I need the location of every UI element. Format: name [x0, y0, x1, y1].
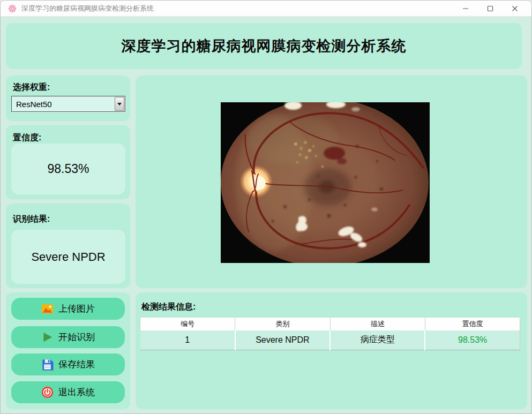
exit-system-button[interactable]: 退出系统	[11, 381, 125, 403]
table-header-row: 编号 类别 描述 置信度	[140, 318, 520, 330]
actions-panel: 上传图片 开始识别 保存结果	[6, 292, 130, 409]
result-value: Severe NPDR	[11, 230, 125, 284]
col-header-category: 类别	[235, 318, 330, 330]
upload-button-label: 上传图片	[58, 303, 95, 315]
image-icon	[41, 303, 54, 315]
weight-dropdown[interactable]: ResNet50	[11, 96, 125, 112]
maximize-button[interactable]	[478, 1, 503, 17]
confidence-value: 98.53%	[11, 144, 125, 194]
retina-fundus-image	[221, 102, 430, 263]
page-title: 深度学习的糖尿病视网膜病变检测分析系统	[122, 36, 407, 56]
dropdown-arrow-button[interactable]	[115, 97, 124, 111]
app-window: 深度学习的糖尿病视网膜病变检测分析系统 深度学习的糖尿病视网膜病变检测分	[0, 0, 532, 414]
cell-confidence: 98.53%	[425, 330, 520, 350]
weight-label: 选择权重:	[13, 82, 50, 93]
exit-button-label: 退出系统	[58, 386, 95, 398]
weight-panel: 选择权重: ResNet50	[6, 76, 130, 121]
image-display-panel	[136, 76, 527, 288]
result-label: 识别结果:	[13, 214, 50, 225]
col-header-description: 描述	[330, 318, 425, 330]
chevron-down-icon	[117, 103, 122, 106]
table-row[interactable]: 1 Severe NPDR 病症类型 98.53%	[140, 330, 520, 350]
cell-id: 1	[140, 330, 235, 350]
window-title: 深度学习的糖尿病视网膜病变检测分析系统	[21, 4, 154, 13]
start-recognition-button[interactable]: 开始识别	[11, 326, 125, 348]
result-panel: 识别结果: Severe NPDR	[6, 204, 130, 288]
play-icon	[41, 331, 54, 343]
close-icon	[512, 5, 518, 12]
col-header-confidence: 置信度	[425, 318, 520, 330]
save-button-label: 保存结果	[58, 358, 95, 371]
titlebar: 深度学习的糖尿病视网膜病变检测分析系统	[1, 1, 531, 17]
close-button[interactable]	[503, 1, 527, 17]
pink-flower-icon	[8, 4, 17, 13]
maximize-icon	[487, 5, 493, 12]
weight-selected-value: ResNet50	[12, 100, 115, 109]
upload-image-button[interactable]: 上传图片	[11, 298, 125, 320]
cell-category: Severe NPDR	[235, 330, 330, 350]
save-result-button[interactable]: 保存结果	[11, 353, 125, 375]
col-header-id: 编号	[140, 318, 235, 330]
confidence-panel: 置信度: 98.53%	[6, 125, 130, 199]
confidence-label: 置信度:	[13, 132, 41, 144]
floppy-save-icon	[41, 358, 54, 371]
window-controls	[453, 1, 527, 17]
cell-description: 病症类型	[330, 330, 425, 350]
minimize-button[interactable]	[453, 1, 478, 17]
minimize-icon	[462, 5, 469, 12]
results-table: 编号 类别 描述 置信度 1 Severe NPDR 病症类型 98.53%	[140, 318, 520, 350]
results-section-label: 检测结果信息:	[141, 302, 196, 313]
results-panel: 检测结果信息: 编号 类别 描述 置信度 1 Severe NPDR 病症类型 …	[136, 292, 527, 409]
start-button-label: 开始识别	[58, 331, 95, 343]
power-icon	[41, 386, 54, 398]
header-banner: 深度学习的糖尿病视网膜病变检测分析系统	[6, 23, 522, 69]
